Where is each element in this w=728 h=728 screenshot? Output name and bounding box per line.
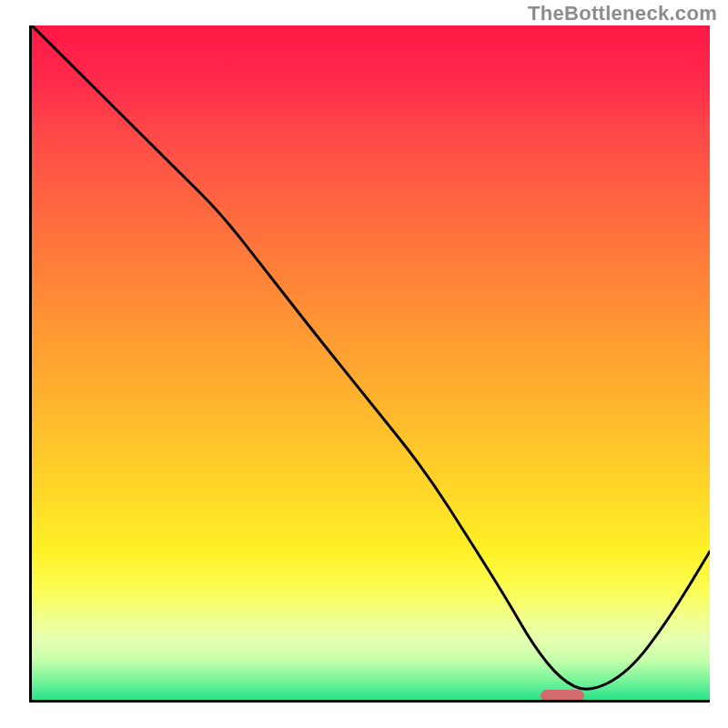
curve-path bbox=[32, 25, 710, 689]
bottleneck-curve bbox=[32, 25, 710, 700]
optimal-marker bbox=[541, 690, 584, 702]
watermark-text: TheBottleneck.com bbox=[528, 2, 717, 25]
chart-area bbox=[29, 25, 710, 703]
